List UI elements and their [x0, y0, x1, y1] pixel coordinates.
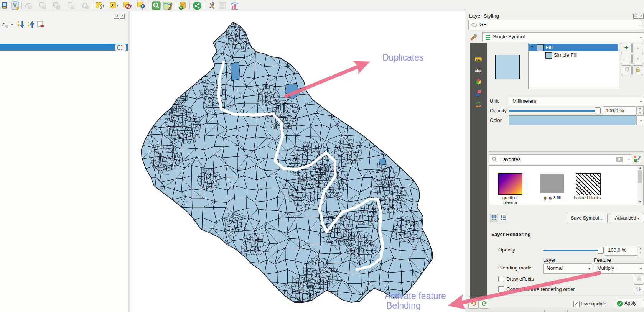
- live-update-checkbox[interactable]: ✓: [573, 301, 580, 307]
- gallery-scrollbar[interactable]: ▲ ▼: [637, 166, 643, 204]
- select-features-icon[interactable]: [95, 1, 104, 10]
- database-icon[interactable]: [178, 1, 187, 10]
- apply-button[interactable]: Apply: [614, 299, 644, 309]
- blending-mode-label: Blending mode: [498, 265, 532, 271]
- opacity-slider-handle[interactable]: [595, 107, 601, 114]
- callouts-tab-icon[interactable]: abc: [475, 67, 482, 74]
- layer-styling-panel: Layer Styling ❐ ✕ GE ▾ Single Symbol ▾ a…: [465, 11, 644, 312]
- duplicate-symbol-layer-button[interactable]: [621, 65, 632, 75]
- select-by-location-icon[interactable]: [137, 1, 146, 10]
- layer-blend-value: Normal: [547, 265, 563, 271]
- deselect-features-icon[interactable]: [123, 1, 132, 10]
- opacity-spinbox[interactable]: 100,0 %: [603, 106, 636, 116]
- processing-toolbox-icon[interactable]: [207, 1, 216, 10]
- unit-combo[interactable]: Millimeters ▾: [509, 97, 644, 106]
- list-view-toggle[interactable]: [499, 214, 507, 222]
- undo-button[interactable]: [468, 299, 479, 309]
- 3d-view-tab-icon[interactable]: [475, 78, 482, 85]
- toolbar-separator: [189, 2, 190, 10]
- diagrams-tab-icon[interactable]: [475, 90, 482, 97]
- hashed-black-symbol[interactable]: [576, 173, 601, 195]
- add-symbol-layer-button[interactable]: ✚: [621, 43, 632, 53]
- icon-view-toggle[interactable]: [490, 214, 498, 222]
- selected-list-row[interactable]: [0, 44, 128, 51]
- expander-icon[interactable]: ▾: [531, 45, 533, 49]
- data-plot-icon[interactable]: [230, 1, 239, 10]
- sort-order-button[interactable]: AZ: [634, 284, 644, 294]
- move-down-button[interactable]: ▼: [632, 54, 643, 64]
- search-icon: [492, 157, 497, 162]
- clear-search-icon[interactable]: [616, 157, 623, 162]
- remove-symbol-layer-button[interactable]: —: [621, 54, 632, 64]
- save-symbol-button[interactable]: Save Symbol…: [567, 213, 608, 223]
- draw-effects-checkbox[interactable]: [498, 276, 504, 282]
- scroll-thumb[interactable]: [638, 170, 642, 183]
- redo-button[interactable]: [479, 299, 489, 309]
- layer-opacity-label: Opacity: [498, 247, 515, 253]
- style-manager-icon[interactable]: [11, 1, 20, 10]
- float-panel-icon[interactable]: ❐: [633, 14, 638, 19]
- rotate-feature-icon-disabled[interactable]: [66, 1, 76, 10]
- effects-star-button[interactable]: [634, 274, 644, 284]
- tree-row-fill[interactable]: ▾ Fill: [529, 44, 618, 51]
- remove-item-icon[interactable]: [37, 21, 44, 28]
- layer-opacity-spinbox[interactable]: 100,0 %: [605, 246, 638, 256]
- renderer-combo[interactable]: Single Symbol ▾: [482, 32, 644, 42]
- spin-down-icon[interactable]: ▼: [637, 251, 644, 256]
- map-canvas[interactable]: [130, 11, 465, 312]
- symbol-search-input[interactable]: Favorites ▾: [489, 154, 632, 164]
- history-tab-icon[interactable]: [475, 101, 482, 108]
- control-order-checkbox[interactable]: [498, 286, 504, 292]
- collapse-all-icon[interactable]: [27, 20, 35, 29]
- feature-blend-combo[interactable]: Multiply ▾: [594, 263, 644, 274]
- advanced-button[interactable]: Advanced ▾: [610, 213, 644, 223]
- reshape-feature-icon-disabled[interactable]: [81, 1, 90, 10]
- expression-filter-icon[interactable]: ε: [2, 21, 15, 28]
- search-dropdown-button[interactable]: ▾: [624, 155, 632, 163]
- symbol-preview: [495, 55, 520, 79]
- style-manager-icon[interactable]: a: [633, 155, 641, 163]
- float-panel-icon[interactable]: ❐: [114, 14, 119, 19]
- toolbar-separator: [175, 2, 176, 10]
- symbology-brush-icon: [470, 32, 478, 41]
- apply-check-icon: [617, 301, 623, 307]
- labels-tab-icon[interactable]: abc: [475, 56, 482, 63]
- lock-color-button[interactable]: [632, 65, 643, 75]
- edit-widget-chip-icon[interactable]: [115, 44, 126, 51]
- unit-label: Unit: [490, 98, 499, 104]
- left-panel-list-area[interactable]: [0, 51, 128, 312]
- share-icon[interactable]: [193, 1, 202, 10]
- move-up-button[interactable]: ▲: [632, 43, 643, 53]
- layer-selector-combo[interactable]: GE ▾: [468, 20, 642, 30]
- color-swatch-button[interactable]: [509, 115, 636, 125]
- zoom-search-icon[interactable]: [152, 1, 161, 10]
- close-panel-icon[interactable]: ✕: [639, 14, 644, 19]
- select-by-expression-icon[interactable]: ε: [109, 1, 118, 10]
- edit-map-icon[interactable]: [163, 1, 173, 10]
- layer-opacity-slider[interactable]: [543, 250, 599, 251]
- move-feature-icon-disabled[interactable]: [38, 1, 47, 10]
- gradient-plasma-symbol[interactable]: [498, 173, 522, 195]
- toolbar-separator: [149, 2, 150, 10]
- chevron-down-icon: ▾: [637, 217, 639, 220]
- layer-blend-combo[interactable]: Normal ▾: [543, 263, 592, 274]
- opacity-slider[interactable]: [509, 110, 596, 112]
- spin-up-icon[interactable]: ▲: [637, 246, 644, 251]
- digitize-curve-icon-disabled[interactable]: [24, 1, 33, 10]
- symbol-label: gradient: [502, 195, 518, 200]
- toolbar-separator: [204, 2, 205, 10]
- data-source-icon[interactable]: [2, 1, 11, 10]
- copy-move-feature-icon-disabled[interactable]: [52, 1, 61, 10]
- layer-rendering-header[interactable]: Layer Rendering: [491, 232, 531, 237]
- layer-opacity-slider-handle[interactable]: [598, 247, 604, 254]
- tree-row-simple-fill[interactable]: Simple Fill: [529, 51, 618, 59]
- main-toolbar: ε: [0, 0, 644, 12]
- chevron-down-icon: ▾: [628, 158, 630, 161]
- expand-all-icon[interactable]: [17, 20, 25, 29]
- feature-blend-value: Multiply: [597, 265, 614, 271]
- print-layout-icon-disabled[interactable]: [218, 1, 227, 10]
- svg-text:A: A: [636, 287, 638, 289]
- close-panel-icon[interactable]: ✕: [120, 14, 125, 19]
- color-dropdown-button[interactable]: ▾: [636, 115, 644, 125]
- gray-3-fill-symbol[interactable]: [540, 174, 564, 193]
